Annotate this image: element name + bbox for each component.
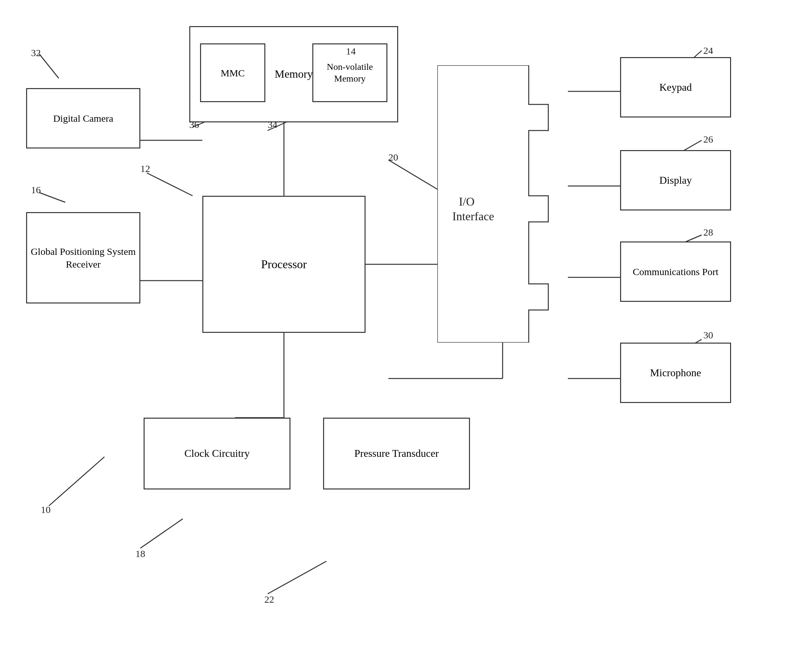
label-16: 16 [31,185,41,195]
memory-box: Memory MMC Non-volatile Memory [189,26,398,122]
memory-label: Memory [275,67,313,81]
comms-port-box: Communications Port [620,241,731,302]
keypad-box: Keypad [620,57,731,117]
svg-line-23 [39,54,59,78]
label-24: 24 [703,45,713,56]
microphone-box: Microphone [620,343,731,403]
label-18: 18 [136,548,145,559]
svg-line-12 [49,457,104,506]
svg-text:I/O: I/O [459,195,475,208]
display-label: Display [659,174,692,187]
svg-line-17 [388,160,437,189]
microphone-label: Microphone [650,366,701,380]
gps-label: Global Positioning System Receiver [27,245,139,270]
comms-port-label: Communications Port [633,265,719,278]
clock-circuitry-label: Clock Circuitry [185,447,250,461]
label-14: 14 [346,46,356,57]
label-10: 10 [41,504,50,515]
clock-circuitry-box: Clock Circuitry [143,418,290,490]
label-26: 26 [703,134,713,145]
pressure-transducer-label: Pressure Transducer [354,447,439,461]
processor-box: Processor [202,196,366,333]
pressure-transducer-box: Pressure Transducer [323,418,470,490]
svg-line-13 [147,173,192,196]
label-12: 12 [140,163,150,174]
label-34: 34 [268,119,278,130]
label-22: 22 [264,594,274,605]
gps-box: Global Positioning System Receiver [26,212,140,304]
label-20: 20 [388,152,398,163]
label-28: 28 [703,227,713,238]
svg-line-15 [39,192,65,202]
label-36: 36 [189,119,199,130]
processor-label: Processor [261,257,307,272]
io-interface-svg: I/O Interface [437,65,568,343]
nonvolatile-label: Non-volatile Memory [327,61,373,85]
mmc-box: MMC [200,43,266,102]
svg-text:Interface: Interface [452,210,494,223]
digital-camera-box: Digital Camera [26,88,140,148]
mmc-label: MMC [221,67,244,79]
digital-camera-label: Digital Camera [53,112,113,125]
display-box: Display [620,150,731,211]
keypad-label: Keypad [659,81,692,94]
label-32: 32 [31,47,41,58]
svg-line-18 [268,561,327,594]
svg-line-16 [140,519,183,548]
label-30: 30 [703,330,713,341]
